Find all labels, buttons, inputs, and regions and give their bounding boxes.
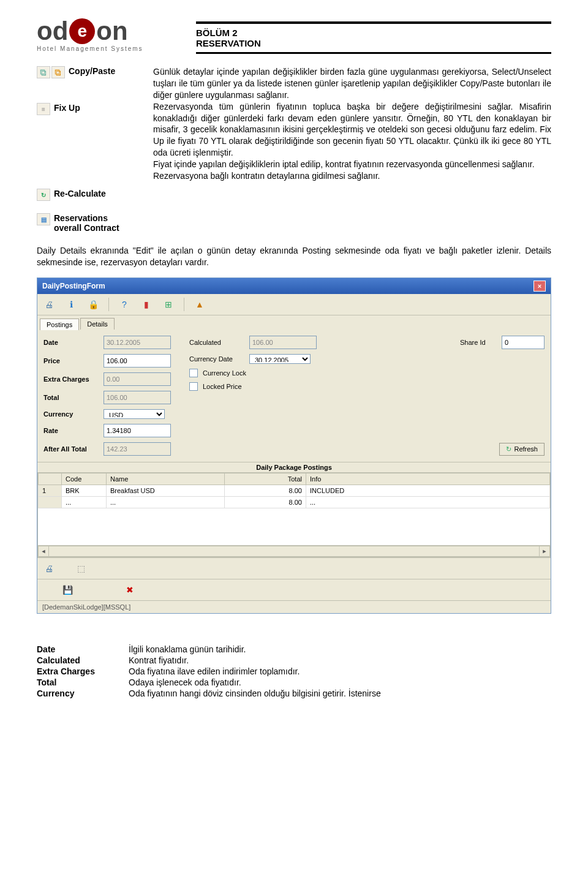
afterall-field[interactable] xyxy=(104,442,171,456)
copy-icon: ⿻ xyxy=(37,66,50,78)
lockprice-checkbox[interactable] xyxy=(189,382,198,391)
scroll-right-icon[interactable]: ► xyxy=(539,546,550,557)
page-header: od e on Hotel Management Systems BÖLÜM 2… xyxy=(37,18,551,54)
col-name: Name xyxy=(107,473,225,485)
print-icon-2[interactable]: 🖨 xyxy=(42,562,56,575)
feature-desc-fixup: Rezervasyonda tüm günlerin fiyatının top… xyxy=(153,101,551,159)
definitions-table: Date İlgili konaklama günün tarihidir. C… xyxy=(37,644,551,698)
contract-icon: ▤ xyxy=(37,213,50,225)
lockprice-label: Locked Price xyxy=(203,383,242,390)
col-code: Code xyxy=(62,473,107,485)
status-bar: [DedemanSkiLodge][MSSQL] xyxy=(37,600,551,613)
scroll-left-icon[interactable]: ◄ xyxy=(38,546,49,557)
paste-icon: ⿻ xyxy=(51,66,65,78)
col-info: Info xyxy=(306,473,550,485)
shareid-field[interactable] xyxy=(502,336,545,349)
logo: od e on Hotel Management Systems xyxy=(37,18,196,52)
recalculate-icon: ↻ xyxy=(37,189,50,201)
tab-postings[interactable]: Postings xyxy=(40,319,79,330)
def-text-calculated: Kontrat fiyatıdır. xyxy=(129,655,551,665)
logo-part1: od xyxy=(37,18,68,44)
def-label-extra: Extra Charges xyxy=(37,666,129,676)
def-label-calculated: Calculated xyxy=(37,655,129,665)
feature-table: ⿻ ⿻ Copy/Paste ≡ Fix Up ↻ Re-Calculate ▤… xyxy=(37,66,551,233)
bottom-toolbar-2: 💾 ✖ xyxy=(37,579,551,600)
horizontal-scrollbar[interactable]: ◄ ► xyxy=(38,545,550,557)
total-field[interactable] xyxy=(104,391,171,404)
tab-details[interactable]: Details xyxy=(80,318,115,330)
total-label: Total xyxy=(43,394,99,401)
delete-icon[interactable]: ✖ xyxy=(123,583,137,597)
body-paragraph: Daily Details ekranında "Edit" ile açıla… xyxy=(37,245,551,268)
table-row[interactable]: ... ... 8.00 ... xyxy=(39,496,550,508)
def-text-extra: Oda fiyatına ilave edilen indirimler top… xyxy=(129,666,551,676)
header-line2: RESERVATION xyxy=(196,38,551,48)
daily-posting-window: DailyPostingForm × 🖨 ℹ 🔒 ? ▮ ⊞ ▲ Posting… xyxy=(37,277,551,614)
grid-empty-area xyxy=(38,508,550,545)
col-total: Total xyxy=(225,473,306,485)
currdate-label: Currency Date xyxy=(189,355,244,363)
feature-desc-contract: Rezervasyona bağlı kontratın detaylarına… xyxy=(153,170,551,182)
col-idx xyxy=(39,473,62,485)
top-toolbar: 🖨 ℹ 🔒 ? ▮ ⊞ ▲ xyxy=(37,294,551,315)
date-field[interactable] xyxy=(104,336,171,349)
currdate-select[interactable]: 30.12.2005 xyxy=(249,354,311,364)
currency-label: Currency xyxy=(43,410,99,418)
feature-label-copypaste: Copy/Paste xyxy=(69,66,115,76)
date-label: Date xyxy=(43,339,99,346)
def-label-date: Date xyxy=(37,644,129,654)
titlebar: DailyPostingForm × xyxy=(37,278,551,294)
calculated-label: Calculated xyxy=(189,339,244,346)
form-area: Date Price Extra Charges Total Currency xyxy=(37,330,551,462)
tabstrip: Postings Details xyxy=(37,315,551,330)
window-title: DailyPostingForm xyxy=(42,282,105,290)
refresh-button[interactable]: ↻ Refresh xyxy=(499,443,545,456)
feature-label-recalc: Re-Calculate xyxy=(54,189,106,198)
grid-header-row: Code Name Total Info xyxy=(39,473,550,485)
scroll-track[interactable] xyxy=(49,546,539,557)
copy-paste-icons: ⿻ ⿻ xyxy=(37,66,65,78)
refresh-icon: ↻ xyxy=(506,445,511,453)
print-icon[interactable]: 🖨 xyxy=(42,298,56,311)
help-icon[interactable]: ? xyxy=(118,298,131,311)
save-icon[interactable]: 💾 xyxy=(61,583,74,597)
feature-desc-copypaste: Günlük detaylar içinde yapılan değişikli… xyxy=(153,66,551,101)
price-label: Price xyxy=(43,357,99,364)
logo-part3: on xyxy=(96,18,127,44)
close-button[interactable]: × xyxy=(533,281,546,292)
package-grid: Code Name Total Info 1 BRK Breakfast USD… xyxy=(37,472,551,557)
def-text-date: İlgili konaklama günün tarihidir. xyxy=(129,644,551,654)
section-title: Daily Package Postings xyxy=(37,462,551,472)
def-text-currency: Oda fiyatının hangi döviz cinsinden oldu… xyxy=(129,688,551,698)
save-icon-2[interactable]: ⬚ xyxy=(74,562,88,575)
logo-part2: e xyxy=(69,18,95,44)
rate-label: Rate xyxy=(43,427,99,434)
extra-label: Extra Charges xyxy=(43,375,99,383)
def-label-currency: Currency xyxy=(37,688,129,698)
afterall-label: After All Total xyxy=(43,445,99,453)
info-icon[interactable]: ℹ xyxy=(64,298,78,311)
refresh-label: Refresh xyxy=(514,445,538,453)
def-label-total: Total xyxy=(37,677,129,687)
extra-field[interactable] xyxy=(104,372,171,386)
currency-select[interactable]: USD xyxy=(104,409,165,419)
grid-toolbar: 🖨 ⬚ xyxy=(37,557,551,579)
calculated-field[interactable] xyxy=(249,336,317,349)
chart-icon[interactable]: ▮ xyxy=(140,298,153,311)
currlock-checkbox[interactable] xyxy=(189,369,198,377)
fixup-icon: ≡ xyxy=(37,103,50,115)
rate-field[interactable] xyxy=(104,424,171,437)
shareid-label: Share Id xyxy=(460,339,497,346)
header-line1: BÖLÜM 2 xyxy=(196,28,551,38)
tree-icon[interactable]: ⊞ xyxy=(162,298,175,311)
def-text-total: Odaya işlenecek oda fiyatıdır. xyxy=(129,677,551,687)
table-row[interactable]: 1 BRK Breakfast USD 8.00 INCLUDED xyxy=(39,485,550,496)
logo-subtitle: Hotel Management Systems xyxy=(37,45,196,52)
feature-desc-recalc: Fiyat içinde yapılan değişikliklerin ipt… xyxy=(153,159,551,170)
feature-label-contract: Reservations overall Contract xyxy=(54,213,134,233)
price-field[interactable] xyxy=(104,354,171,368)
expand-icon[interactable]: ▲ xyxy=(193,298,206,311)
lock-icon[interactable]: 🔒 xyxy=(86,298,100,311)
feature-label-fixup: Fix Up xyxy=(54,103,80,113)
currlock-label: Currency Lock xyxy=(203,369,246,377)
